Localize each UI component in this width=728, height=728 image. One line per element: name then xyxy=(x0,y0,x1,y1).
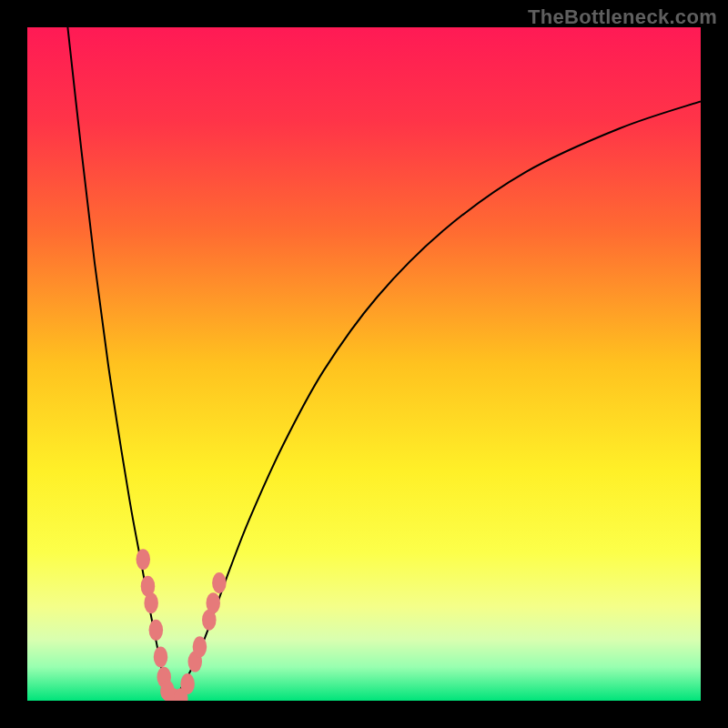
data-marker xyxy=(154,646,168,667)
attribution-text: TheBottleneck.com xyxy=(528,5,717,29)
curve-left-branch xyxy=(67,27,174,701)
data-marker xyxy=(180,673,195,694)
curve-layer xyxy=(27,27,701,701)
data-marker xyxy=(136,549,151,570)
data-marker xyxy=(149,620,164,641)
data-marker xyxy=(212,572,227,593)
data-marker xyxy=(206,592,220,613)
chart-frame: TheBottleneck.com xyxy=(0,0,728,728)
curve-right-branch xyxy=(174,101,701,701)
plot-area xyxy=(27,27,701,701)
data-marker xyxy=(193,636,207,657)
data-marker xyxy=(144,592,158,613)
